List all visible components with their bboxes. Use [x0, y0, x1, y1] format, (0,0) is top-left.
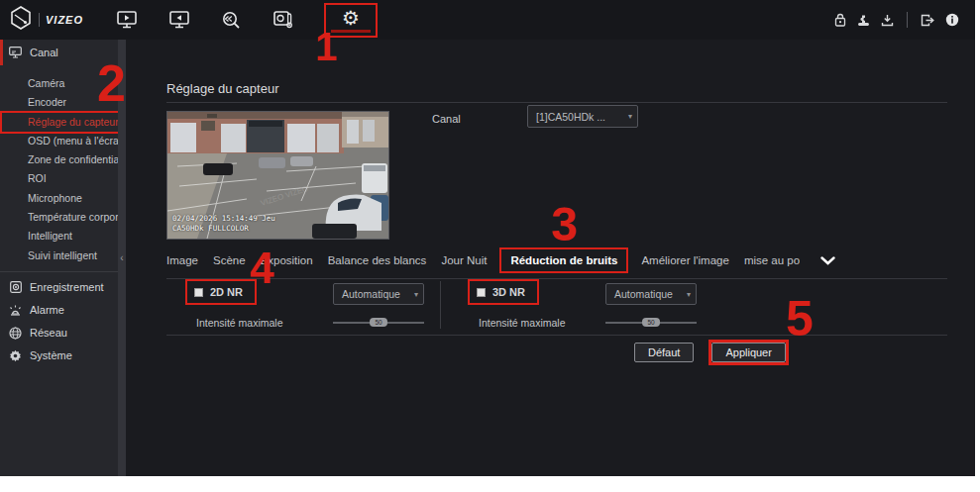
- sidebar-section-enregistrement[interactable]: Enregistrement: [0, 276, 118, 299]
- record-icon: [9, 281, 22, 294]
- live-view-icon[interactable]: [117, 11, 137, 29]
- topbar-icon-divider: [907, 12, 908, 28]
- sidebar-item-roi[interactable]: ROI: [0, 169, 118, 188]
- sidebar-section-label: Système: [30, 349, 72, 361]
- info-icon[interactable]: [945, 13, 959, 27]
- annotation-number-1: 1: [315, 27, 337, 66]
- tab-balance-des-blancs[interactable]: Balance des blancs: [328, 254, 427, 266]
- playback-icon[interactable]: [169, 11, 189, 29]
- action-buttons: Défaut Appliquer: [634, 343, 786, 362]
- gear-icon: ⚙: [342, 8, 360, 28]
- tab-jour-nuit[interactable]: Jour Nuit: [441, 254, 487, 266]
- app-window: VIZEO ⚙: [0, 0, 975, 476]
- tab-scene[interactable]: Scène: [213, 254, 246, 266]
- tab-ameliorer-image[interactable]: Améliorer l'image: [641, 254, 728, 266]
- alarm-icon: [9, 304, 22, 317]
- annotation-number-4: 4: [250, 246, 273, 290]
- tabs-divider: [166, 278, 947, 279]
- canal-select-value: [1]CA50HDk ...: [536, 111, 605, 123]
- smart-search-icon[interactable]: [222, 11, 241, 30]
- canal-select[interactable]: [1]CA50HDk ... ▾: [527, 105, 638, 128]
- apply-button[interactable]: Appliquer: [711, 343, 785, 362]
- brand-name: VIZEO: [46, 14, 83, 26]
- 3dnr-control: 3D NR: [470, 281, 537, 303]
- tab-mise-au-point[interactable]: mise au poi: [744, 254, 800, 266]
- sidebar-section-label: Enregistrement: [30, 281, 104, 293]
- 3dnr-intensity-label: Intensité maximale: [479, 317, 566, 329]
- chevron-down-icon: ▾: [414, 290, 418, 299]
- sidebar-item-osd[interactable]: OSD (menu à l'écran): [0, 132, 118, 150]
- sidebar-item-zone-confidentialite[interactable]: Zone de confidentialité: [0, 150, 118, 169]
- preview-timestamp: 02/04/2026 15:14:49 Jeu: [172, 214, 275, 223]
- 3dnr-mode-value: Automatique: [614, 288, 673, 300]
- download-icon[interactable]: [881, 14, 894, 27]
- 2dnr-label: 2D NR: [210, 286, 243, 298]
- sidebar-section-alarme[interactable]: Alarme: [0, 299, 118, 322]
- 3dnr-label: 3D NR: [492, 286, 525, 298]
- sidebar-section-systeme[interactable]: Système: [0, 344, 118, 367]
- sidebar-item-microphone[interactable]: Microphone: [0, 189, 118, 208]
- tabs-overflow-chevron-icon[interactable]: [820, 256, 835, 265]
- 2dnr-mode-value: Automatique: [342, 288, 400, 300]
- brand: VIZEO: [10, 6, 83, 34]
- sidebar-section-label: Alarme: [30, 304, 64, 316]
- 2dnr-checkbox[interactable]: [194, 288, 203, 297]
- 2dnr-control: 2D NR: [187, 281, 255, 303]
- sidebar-item-intelligent[interactable]: Intelligent: [0, 227, 118, 246]
- slider-thumb[interactable]: 50: [370, 318, 387, 327]
- sidebar-item-suivi-intelligent[interactable]: Suivi intelligent: [0, 246, 118, 265]
- sidebar-section-label: Réseau: [30, 327, 67, 339]
- default-button[interactable]: Défaut: [634, 343, 694, 362]
- 3dnr-mode-select[interactable]: Automatique ▾: [605, 283, 697, 305]
- buttons-divider: [166, 335, 947, 336]
- annotation-number-3: 3: [551, 201, 578, 248]
- annotation-number-2: 2: [97, 57, 126, 109]
- camera-preview: VIZEO VIZEO 02/04/2026 15:14:49 Jeu CA50…: [166, 111, 389, 240]
- sidebar-item-reglage-du-capteur[interactable]: Réglage du capteur: [2, 113, 118, 132]
- title-divider: [166, 102, 947, 103]
- topbar: VIZEO ⚙: [0, 0, 975, 40]
- 3dnr-checkbox[interactable]: [477, 288, 486, 297]
- channel-icon: [9, 47, 22, 59]
- tab-image[interactable]: Image: [166, 254, 198, 266]
- annotation-number-5: 5: [786, 294, 814, 344]
- collapse-chevron-icon: ‹: [120, 253, 123, 263]
- 2dnr-intensity-label: Intensité maximale: [196, 317, 283, 329]
- lock-icon[interactable]: [834, 13, 846, 27]
- sidebar-divider: [0, 271, 118, 272]
- system-gear-icon: [9, 349, 22, 362]
- 2dnr-intensity-slider[interactable]: 50: [333, 318, 424, 328]
- page-title: Réglage du capteur: [166, 81, 278, 96]
- apply-button-highlight: Appliquer: [711, 343, 785, 362]
- sidebar-section-reseau[interactable]: Réseau: [0, 322, 118, 344]
- tab-reduction-de-bruits[interactable]: Réduction de bruits: [501, 249, 626, 271]
- 2dnr-mode-select[interactable]: Automatique ▾: [333, 283, 424, 305]
- logout-icon[interactable]: [921, 14, 934, 27]
- sidebar-section-label: Canal: [30, 47, 58, 58]
- vizeo-logo-icon: [10, 6, 32, 34]
- chevron-down-icon: ▾: [687, 290, 691, 299]
- topbar-right-icons: [834, 0, 959, 40]
- 3dnr-intensity-slider[interactable]: 50: [605, 318, 697, 328]
- preview-camera-label: CA50HDk FULLCOLOR: [172, 224, 249, 233]
- canal-label: Canal: [432, 113, 461, 125]
- controls-divider: [440, 281, 441, 329]
- thermal-camera-icon[interactable]: [273, 10, 293, 30]
- network-icon: [9, 327, 22, 340]
- brand-divider: [39, 13, 40, 27]
- slider-thumb[interactable]: 50: [642, 318, 660, 327]
- sidebar-item-temperature[interactable]: Température corpor...: [0, 208, 118, 227]
- chevron-down-icon: ▾: [628, 112, 632, 121]
- plugin-icon[interactable]: [857, 14, 870, 27]
